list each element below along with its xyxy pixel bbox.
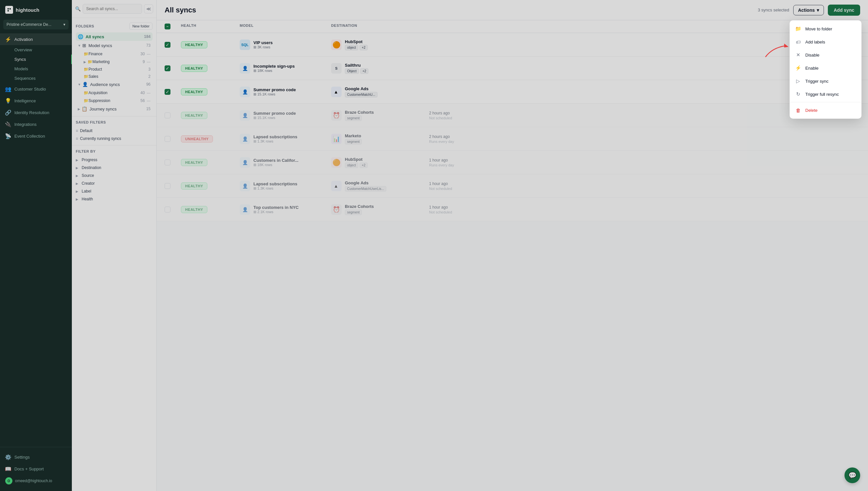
filter-icon: ≡ [76,136,78,141]
sidebar-item-customer-studio[interactable]: 👥 Customer Studio [0,83,72,95]
folder-sales[interactable]: 📁 Sales 2 [82,73,153,80]
row-checkbox[interactable] [164,207,181,212]
search-input[interactable] [83,4,142,14]
folder-finance[interactable]: 📁 Finance 30 ··· [82,50,153,58]
braze-logo: ⏰ [331,204,342,215]
sidebar-item-settings[interactable]: ⚙️ Settings [0,451,72,463]
row-checkbox[interactable] [164,160,181,166]
dropdown-enable[interactable]: ⚡ Enable [789,61,862,75]
filter-currently-running[interactable]: ≡ Currently running syncs [76,135,153,143]
row-checkbox[interactable]: ✓ [164,42,181,48]
header-actions: 3 syncs selected Actions ▾ Add sync [758,5,860,16]
model-syncs-children: 📁 Finance 30 ··· ▶ 📁 Marketing 9 ··· 📁 P… [76,50,153,80]
nav-bottom: ⚙️ Settings 📖 Docs + Support O omeed@hig… [0,447,72,491]
search-icon: 🔍 [75,6,81,11]
model-syncs-group[interactable]: ▼ ⊞ Model syncs 73 [76,41,153,50]
dropdown-trigger-full-resync[interactable]: ↻ Trigger full resync [789,88,862,101]
health-cell: HEALTHY [181,159,240,166]
sidebar-item-identity-resolution[interactable]: 🔗 Identity Resolution [0,107,72,118]
sidebar-item-intelligence[interactable]: 💡 Intelligence [0,95,72,107]
filter-destination[interactable]: ▶ Destination [76,164,153,172]
subnav-sequences[interactable]: Sequences [14,74,72,83]
folder-icon: 📁 [84,91,89,95]
rows-icon: ⊞ [253,92,256,96]
filter-progress[interactable]: ▶ Progress [76,156,153,164]
folder-actions-icon[interactable]: ··· [147,59,151,64]
folder-acquisition[interactable]: 📁 Acquisition 40 ··· [82,89,153,97]
folder-suppression[interactable]: 📁 Suppression 56 ··· [82,97,153,105]
row-checkbox[interactable] [164,136,181,142]
time-cell: 1 hour ago Not scheduled [429,205,494,214]
dropdown-add-labels[interactable]: 🏷 Add labels [789,35,862,48]
table-row: UNHEALTHY 👤 Lapsed subscriptions ⊞ 1.3K … [157,127,868,151]
rows-icon: ⊞ [253,69,256,73]
folders-label: FOLDERS [76,24,94,28]
sailthru-logo: S [331,63,342,74]
all-syncs-folder[interactable]: 🌐 All syncs 184 [76,32,153,41]
filter-source[interactable]: ▶ Source [76,172,153,179]
syncs-table: − HEALTH MODEL DESTINATION ✓ HEALTHY SQL… [157,20,868,491]
chevron-right-icon: ▶ [76,182,79,185]
sidebar-item-event-collection[interactable]: 📡 Event Collection [0,130,72,142]
chevron-right-icon: ▶ [78,107,80,111]
svg-rect-2 [7,10,9,11]
select-all-checkbox[interactable]: − [164,24,170,29]
filter-creator[interactable]: ▶ Creator [76,179,153,187]
chevron-down-icon: ▾ [817,7,819,13]
chat-button[interactable]: 💬 [844,467,860,483]
subnav-models[interactable]: Models [14,64,72,74]
chevron-down-icon: ▼ [78,83,81,86]
subnav-syncs[interactable]: Syncs [14,55,72,64]
model-syncs-icon: ⊞ [82,43,86,48]
journey-syncs-icon: 📋 [82,106,87,112]
workspace-selector[interactable]: Pristine eCommerce De... ▾ [3,20,69,29]
sidebar-item-activation[interactable]: ⚡ Activation [0,33,72,45]
activation-subnav: Overview Syncs Models Sequences [0,45,72,83]
model-cell: 👤 Top customers in NYC ⊞ 2.1K rows [240,204,331,215]
new-folder-button[interactable]: New folder [129,23,153,30]
folder-actions-icon[interactable]: ··· [147,90,151,95]
journey-syncs-group[interactable]: ▶ 📋 Journey syncs 15 [76,105,153,113]
integrations-icon: 🔌 [5,121,11,127]
delete-icon: 🗑 [795,107,801,113]
filter-label[interactable]: ▶ Label [76,187,153,195]
row-checkbox[interactable]: ✓ [164,89,181,95]
actions-dropdown-button[interactable]: Actions ▾ [793,5,824,16]
chevron-right-icon: ▶ [76,198,79,201]
audience-syncs-group[interactable]: ▼ 👤 Audience syncs 96 [76,80,153,89]
sidebar-item-integrations[interactable]: 🔌 Integrations [0,118,72,130]
health-cell: UNHEALTHY [181,135,240,143]
folder-product[interactable]: 📁 Product 3 [82,66,153,73]
filter-default[interactable]: ≡ Default [76,127,153,135]
collapse-button[interactable]: ≪ [144,4,153,13]
dropdown-disable[interactable]: ✕ Disable [789,48,862,61]
row-checkbox[interactable] [164,183,181,189]
audience-syncs-children: 📁 Acquisition 40 ··· 📁 Suppression 56 ··… [76,89,153,105]
dropdown-trigger-sync[interactable]: ▷ Trigger sync [789,75,862,88]
dropdown-delete[interactable]: 🗑 Delete [789,104,862,117]
folder-actions-icon[interactable]: ··· [147,51,151,57]
hubspot-logo: 🟠 [331,157,342,168]
destination-cell: S Sailthru Object +2 [331,63,429,74]
folder-marketing[interactable]: ▶ 📁 Marketing 9 ··· [82,58,153,66]
sidebar-item-docs-support[interactable]: 📖 Docs + Support [0,463,72,475]
globe-icon: 🌐 [78,34,83,39]
model-cell: 👤 Summer promo code ⊞ 15.1K rows [240,110,331,121]
destination-cell: 🟠 HubSpot object +2 [331,39,429,50]
braze-logo: ⏰ [331,110,342,121]
subnav-overview[interactable]: Overview [14,45,72,55]
filter-icon: ≡ [76,128,78,133]
chevron-right-icon: ▶ [76,158,79,162]
row-checkbox[interactable] [164,112,181,118]
add-sync-button[interactable]: Add sync [828,5,860,16]
user-profile[interactable]: O omeed@hightouch.io [0,475,72,487]
table-row: HEALTHY 👤 Summer promo code ⊞ 15.1K rows… [157,104,868,127]
model-cell: 👤 Summer promo code ⊞ 15.1K rows [240,87,331,97]
dropdown-divider [789,102,862,102]
model-icon: 👤 [240,63,250,74]
dropdown-move-to-folder[interactable]: 📁 Move to folder [789,22,862,35]
folder-actions-icon[interactable]: ··· [147,98,151,103]
filter-health[interactable]: ▶ Health [76,195,153,203]
folders-section: FOLDERS New folder 🌐 All syncs 184 ▼ ⊞ M… [72,18,156,116]
row-checkbox[interactable]: ✓ [164,65,181,71]
